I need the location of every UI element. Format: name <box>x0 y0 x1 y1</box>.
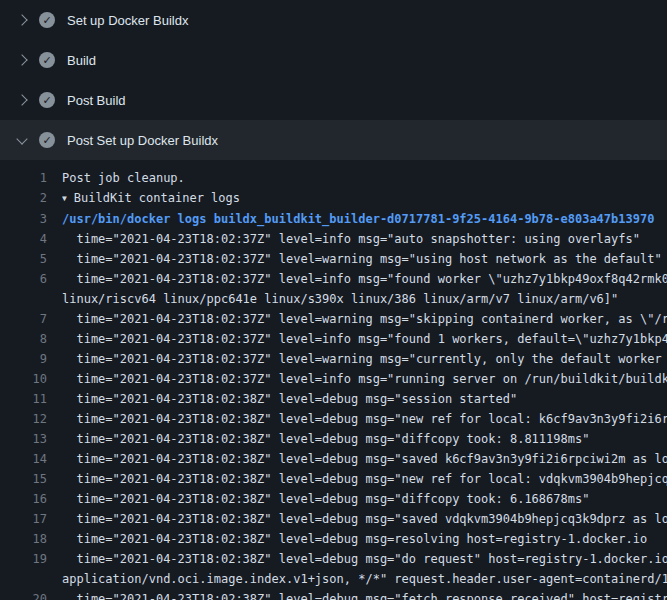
line-number[interactable]: 4 <box>0 229 62 249</box>
log-line: 10 time="2021-04-23T18:02:37Z" level=inf… <box>0 369 667 389</box>
log-text: time="2021-04-23T18:02:38Z" level=debug … <box>62 429 667 449</box>
log-line: 9 time="2021-04-23T18:02:37Z" level=warn… <box>0 349 667 369</box>
step-section-label: Set up Docker Buildx <box>67 13 188 28</box>
log-line: 14 time="2021-04-23T18:02:38Z" level=deb… <box>0 449 667 469</box>
log-line: 15 time="2021-04-23T18:02:38Z" level=deb… <box>0 469 667 489</box>
line-number[interactable]: 5 <box>0 249 62 269</box>
step-section-label: Build <box>67 53 96 68</box>
log-line: 1Post job cleanup. <box>0 168 667 188</box>
check-circle-icon: ✓ <box>39 52 55 68</box>
line-number[interactable]: 9 <box>0 349 62 369</box>
log-line: 16 time="2021-04-23T18:02:38Z" level=deb… <box>0 489 667 509</box>
log-text: time="2021-04-23T18:02:38Z" level=debug … <box>62 589 667 600</box>
log-line: 5 time="2021-04-23T18:02:37Z" level=warn… <box>0 249 667 269</box>
line-number[interactable]: 19 <box>0 549 62 569</box>
log-line: 3/usr/bin/docker logs buildx_buildkit_bu… <box>0 209 667 229</box>
log-text: time="2021-04-23T18:02:38Z" level=debug … <box>62 549 667 569</box>
line-number[interactable]: 17 <box>0 509 62 529</box>
line-number[interactable]: 10 <box>0 369 62 389</box>
log-text: Post job cleanup. <box>62 168 667 188</box>
log-line: 7 time="2021-04-23T18:02:37Z" level=warn… <box>0 309 667 329</box>
log-line: 11 time="2021-04-23T18:02:38Z" level=deb… <box>0 389 667 409</box>
check-circle-icon: ✓ <box>39 92 55 108</box>
step-section-build[interactable]: ✓ Build <box>0 40 667 80</box>
log-text: linux/riscv64 linux/ppc641e linux/s390x … <box>62 289 667 309</box>
line-number[interactable]: 8 <box>0 329 62 349</box>
line-number <box>0 569 62 589</box>
log-text: time="2021-04-23T18:02:38Z" level=debug … <box>62 389 667 409</box>
log-line: 13 time="2021-04-23T18:02:38Z" level=deb… <box>0 429 667 449</box>
line-number[interactable]: 18 <box>0 529 62 549</box>
chevron-right-icon <box>16 14 27 25</box>
step-section-post-setup-docker-buildx[interactable]: ✓ Post Set up Docker Buildx <box>0 120 667 160</box>
actions-log-panel: ✓ Set up Docker Buildx ✓ Build ✓ Post Bu… <box>0 0 667 600</box>
log-text: time="2021-04-23T18:02:38Z" level=debug … <box>62 509 667 529</box>
step-section-post-build[interactable]: ✓ Post Build <box>0 80 667 120</box>
chevron-down-icon <box>16 133 27 144</box>
log-line: 12 time="2021-04-23T18:02:38Z" level=deb… <box>0 409 667 429</box>
log-command-text: /usr/bin/docker logs buildx_buildkit_bui… <box>62 209 667 229</box>
step-section-label: Post Set up Docker Buildx <box>67 133 218 148</box>
log-text: application/vnd.oci.image.index.v1+json,… <box>62 569 667 589</box>
log-text: time="2021-04-23T18:02:38Z" level=debug … <box>62 469 667 489</box>
log-line: 2▼BuildKit container logs <box>0 188 667 209</box>
line-number[interactable]: 16 <box>0 489 62 509</box>
step-section-setup-docker-buildx[interactable]: ✓ Set up Docker Buildx <box>0 0 667 40</box>
log-text: time="2021-04-23T18:02:37Z" level=info m… <box>62 369 667 389</box>
check-circle-icon: ✓ <box>39 12 55 28</box>
group-label: BuildKit container logs <box>74 191 240 205</box>
log-line: linux/riscv64 linux/ppc641e linux/s390x … <box>0 289 667 309</box>
log-line: 8 time="2021-04-23T18:02:37Z" level=info… <box>0 329 667 349</box>
log-lines: 1Post job cleanup.2▼BuildKit container l… <box>0 160 667 600</box>
log-text: time="2021-04-23T18:02:37Z" level=warnin… <box>62 249 667 269</box>
chevron-right-icon <box>16 54 27 65</box>
log-line: 19 time="2021-04-23T18:02:38Z" level=deb… <box>0 549 667 569</box>
log-text: time="2021-04-23T18:02:38Z" level=debug … <box>62 449 667 469</box>
line-number[interactable]: 7 <box>0 309 62 329</box>
log-text: time="2021-04-23T18:02:38Z" level=debug … <box>62 489 667 509</box>
log-text: time="2021-04-23T18:02:38Z" level=debug … <box>62 409 667 429</box>
log-text: time="2021-04-23T18:02:37Z" level=info m… <box>62 269 667 289</box>
line-number[interactable]: 11 <box>0 389 62 409</box>
log-text: time="2021-04-23T18:02:37Z" level=warnin… <box>62 349 667 369</box>
log-line: 20 time="2021-04-23T18:02:38Z" level=deb… <box>0 589 667 600</box>
log-line: 4 time="2021-04-23T18:02:37Z" level=info… <box>0 229 667 249</box>
line-number[interactable]: 1 <box>0 168 62 188</box>
log-group-toggle[interactable]: ▼BuildKit container logs <box>62 188 667 209</box>
line-number[interactable]: 15 <box>0 469 62 489</box>
log-line: application/vnd.oci.image.index.v1+json,… <box>0 569 667 589</box>
line-number[interactable]: 20 <box>0 589 62 600</box>
log-line: 6 time="2021-04-23T18:02:37Z" level=info… <box>0 269 667 289</box>
line-number[interactable]: 14 <box>0 449 62 469</box>
line-number[interactable]: 3 <box>0 209 62 229</box>
line-number[interactable]: 2 <box>0 188 62 209</box>
chevron-right-icon <box>16 94 27 105</box>
line-number[interactable]: 13 <box>0 429 62 449</box>
line-number[interactable]: 6 <box>0 269 62 289</box>
log-line: 18 time="2021-04-23T18:02:38Z" level=deb… <box>0 529 667 549</box>
log-text: time="2021-04-23T18:02:37Z" level=info m… <box>62 229 667 249</box>
log-text: time="2021-04-23T18:02:37Z" level=warnin… <box>62 309 667 329</box>
step-section-label: Post Build <box>67 93 126 108</box>
log-text: time="2021-04-23T18:02:37Z" level=info m… <box>62 329 667 349</box>
triangle-down-icon: ▼ <box>62 189 67 209</box>
log-line: 17 time="2021-04-23T18:02:38Z" level=deb… <box>0 509 667 529</box>
line-number[interactable]: 12 <box>0 409 62 429</box>
check-circle-icon: ✓ <box>39 132 55 148</box>
log-text: time="2021-04-23T18:02:38Z" level=debug … <box>62 529 667 549</box>
line-number <box>0 289 62 309</box>
